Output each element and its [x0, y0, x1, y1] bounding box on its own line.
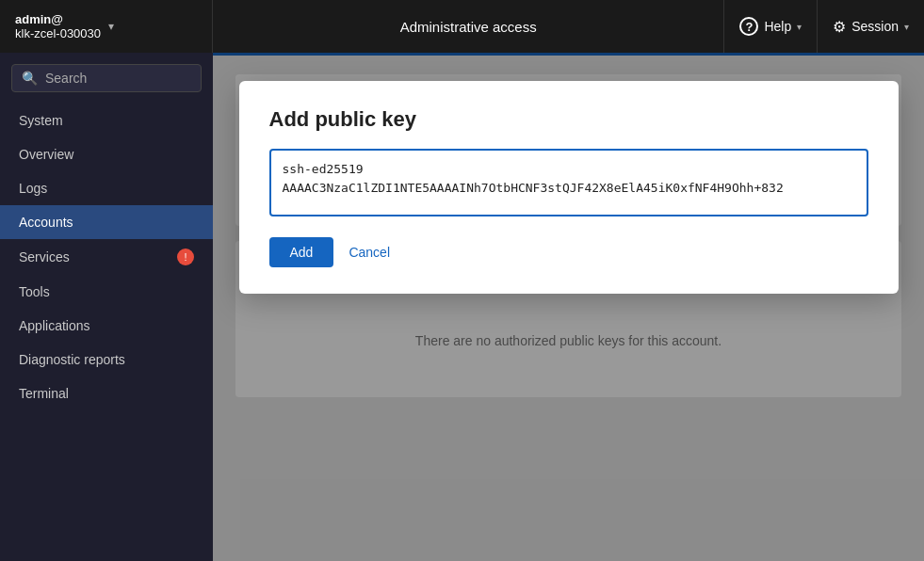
search-placeholder: Search: [45, 71, 87, 86]
body-area: 🔍 Search System Overview Logs Accounts S…: [0, 53, 924, 561]
brand-section[interactable]: admin@ klk-zcel-030030 ▾: [0, 0, 213, 53]
topbar: admin@ klk-zcel-030030 ▾ Administrative …: [0, 0, 924, 53]
sidebar-item-overview[interactable]: Overview: [0, 137, 213, 171]
sidebar-item-label: System: [19, 113, 63, 128]
sidebar-item-label: Overview: [19, 147, 73, 162]
modal-add-button[interactable]: Add: [269, 237, 334, 267]
topbar-right: ? Help ▾ ⚙ Session ▾: [723, 0, 924, 53]
brand-user: admin@: [15, 12, 101, 26]
modal-title: Add public key: [269, 107, 868, 132]
search-box[interactable]: 🔍 Search: [11, 64, 202, 92]
sidebar-item-label: Tools: [19, 284, 50, 299]
sidebar-item-tools[interactable]: Tools: [0, 275, 213, 309]
sidebar-item-diagnostic-reports[interactable]: Diagnostic reports: [0, 343, 213, 377]
sidebar: 🔍 Search System Overview Logs Accounts S…: [0, 53, 213, 561]
sidebar-item-accounts[interactable]: Accounts: [0, 205, 213, 239]
modal-actions: Add Cancel: [269, 237, 868, 267]
help-button[interactable]: ? Help ▾: [723, 0, 817, 53]
sidebar-item-label: Diagnostic reports: [19, 352, 125, 367]
admin-access-link[interactable]: Administrative access: [389, 13, 548, 40]
session-button[interactable]: ⚙ Session ▾: [817, 0, 924, 53]
services-badge: !: [177, 248, 194, 265]
session-chevron-icon: ▾: [904, 22, 909, 32]
sidebar-item-label: Services: [19, 249, 70, 264]
sidebar-item-services[interactable]: Services !: [0, 239, 213, 275]
sidebar-item-label: Applications: [19, 318, 90, 333]
brand-host: klk-zcel-030030: [15, 26, 101, 40]
search-icon: 🔍: [22, 71, 38, 86]
sidebar-item-label: Terminal: [19, 386, 69, 401]
help-circle-icon: ?: [739, 17, 758, 36]
add-public-key-modal: Add public key Add Cancel: [239, 81, 899, 294]
sidebar-item-label: Accounts: [19, 215, 73, 230]
sidebar-item-applications[interactable]: Applications: [0, 309, 213, 343]
sidebar-item-label: Logs: [19, 181, 47, 196]
topbar-center: Administrative access: [213, 13, 723, 40]
sidebar-item-logs[interactable]: Logs: [0, 171, 213, 205]
help-chevron-icon: ▾: [797, 22, 802, 32]
gear-icon: ⚙: [833, 18, 846, 36]
public-key-textarea[interactable]: [269, 149, 868, 216]
main-content: Home directory /home/admin Shell /bin/ba…: [213, 53, 924, 561]
help-label: Help: [764, 19, 791, 34]
brand-chevron-icon: ▾: [108, 20, 114, 33]
sidebar-item-system[interactable]: System: [0, 104, 213, 137]
sidebar-item-terminal[interactable]: Terminal: [0, 377, 213, 410]
modal-overlay: Add public key Add Cancel: [213, 53, 924, 561]
modal-cancel-button[interactable]: Cancel: [349, 245, 390, 260]
session-label: Session: [851, 19, 899, 34]
